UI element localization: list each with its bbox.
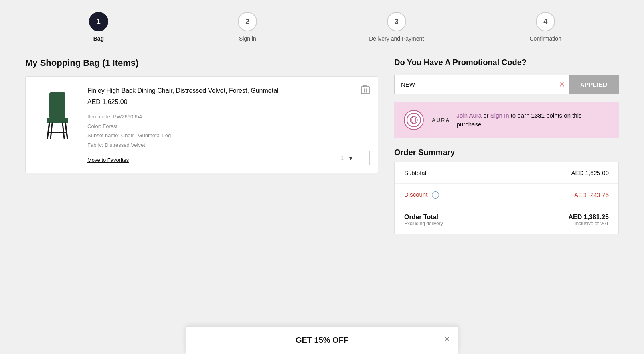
step-3-number: 3 [395, 18, 399, 26]
svg-rect-1 [47, 118, 68, 123]
aura-or-text: or [482, 112, 490, 119]
step-line-3-4 [434, 22, 508, 22]
sign-in-link[interactable]: Sign In [490, 112, 509, 119]
aura-text-after: to earn [509, 112, 531, 119]
aura-logo-inner [407, 113, 421, 127]
stepper-container: 1 Bag 2 Sign in 3 Delivery and Payment 4… [0, 0, 644, 50]
left-panel: My Shopping Bag (1 Items) [25, 58, 378, 234]
step-2-label: Sign in [239, 35, 256, 42]
step-3-label: Delivery and Payment [369, 35, 424, 42]
promo-code-input[interactable] [394, 75, 569, 94]
bottom-banner: GET 15% OFF ✕ [186, 326, 458, 354]
join-aura-link[interactable]: Join Aura [457, 112, 482, 119]
product-name: Finley High Back Dining Chair, Distresse… [87, 86, 368, 95]
vat-note: Inclusive of VAT [568, 221, 609, 226]
step-1-label: Bag [93, 35, 104, 42]
discount-info-icon[interactable]: i [432, 191, 439, 199]
product-image [35, 86, 79, 146]
step-4-circle: 4 [536, 12, 555, 31]
step-1-number: 1 [97, 18, 101, 26]
total-row: Order Total Excluding delivery AED 1,381… [395, 206, 618, 234]
order-summary-title: Order Summary [394, 148, 619, 157]
chair-image-svg [39, 90, 75, 142]
step-4-number: 4 [543, 18, 547, 26]
item-fabric: Fabric: Distressed Velvet [87, 140, 368, 150]
banner-close-button[interactable]: ✕ [444, 335, 450, 344]
step-2: 2 Sign in [210, 12, 285, 42]
svg-line-3 [65, 123, 67, 138]
order-summary-box: Subtotal AED 1,625.00 Discount i AED -24… [394, 162, 619, 234]
step-3: 3 Delivery and Payment [359, 12, 434, 42]
aura-text: Join Aura or Sign In to earn 1381 points… [457, 111, 609, 129]
delete-item-button[interactable] [361, 85, 370, 96]
aura-points: 1381 [531, 112, 545, 119]
aura-logo [404, 110, 424, 130]
total-value: AED 1,381.25 [568, 214, 609, 221]
applied-button[interactable]: APPLIED [569, 75, 619, 94]
shopping-bag-title: My Shopping Bag (1 Items) [25, 58, 378, 68]
aura-banner: AURA Join Aura or Sign In to earn 1381 p… [394, 102, 619, 138]
quantity-selector[interactable]: 1 ▼ [334, 151, 370, 165]
quantity-value: 1 [340, 155, 344, 161]
product-details: Finley High Back Dining Chair, Distresse… [87, 86, 368, 163]
total-right: AED 1,381.25 Inclusive of VAT [568, 214, 609, 226]
move-to-favorites-link[interactable]: Move to Favorites [87, 157, 129, 163]
total-label: Order Total [404, 214, 443, 221]
svg-line-2 [47, 123, 49, 138]
promo-title: Do You Have A Promotional Code? [394, 58, 619, 67]
item-code: Item code: PW2660954 [87, 112, 368, 121]
svg-rect-0 [49, 92, 65, 118]
chevron-down-icon: ▼ [348, 155, 354, 161]
step-2-number: 2 [245, 18, 249, 26]
item-subset: Subset name: Chair - Gunmetal Leg [87, 131, 368, 140]
stepper: 1 Bag 2 Sign in 3 Delivery and Payment 4… [61, 12, 583, 42]
main-content: My Shopping Bag (1 Items) [1, 50, 643, 250]
total-left: Order Total Excluding delivery [404, 214, 443, 226]
subtotal-value: AED 1,625.00 [571, 169, 609, 176]
product-meta: Item code: PW2660954 Color: Forest Subse… [87, 112, 368, 150]
step-4-label: Confirmation [529, 35, 561, 42]
product-price: AED 1,625.00 [87, 98, 368, 106]
promo-input-wrapper: ✕ [394, 75, 569, 94]
promo-clear-icon[interactable]: ✕ [559, 80, 565, 89]
step-1: 1 Bag [61, 12, 136, 42]
svg-line-5 [63, 123, 64, 138]
aura-brand-name: AURA [432, 117, 450, 123]
discount-row: Discount i AED -243.75 [395, 184, 618, 206]
promo-input-row: ✕ APPLIED [394, 75, 619, 94]
subtotal-label: Subtotal [404, 169, 426, 176]
step-line-2-3 [285, 22, 359, 22]
discount-label: Discount i [404, 191, 439, 199]
svg-rect-7 [361, 87, 369, 94]
item-color: Color: Forest [87, 122, 368, 131]
subtotal-row: Subtotal AED 1,625.00 [395, 162, 618, 184]
step-3-circle: 3 [387, 12, 406, 31]
bag-card: Finley High Back Dining Chair, Distresse… [25, 76, 378, 173]
step-line-1-2 [136, 22, 211, 22]
excluding-delivery-note: Excluding delivery [404, 221, 443, 226]
step-1-circle: 1 [89, 12, 108, 31]
banner-text: GET 15% OFF [202, 336, 442, 345]
discount-value: AED -243.75 [574, 191, 609, 198]
step-4: 4 Confirmation [508, 12, 583, 42]
step-2-circle: 2 [238, 12, 257, 31]
right-panel: Do You Have A Promotional Code? ✕ APPLIE… [394, 58, 619, 234]
svg-line-4 [51, 123, 52, 138]
